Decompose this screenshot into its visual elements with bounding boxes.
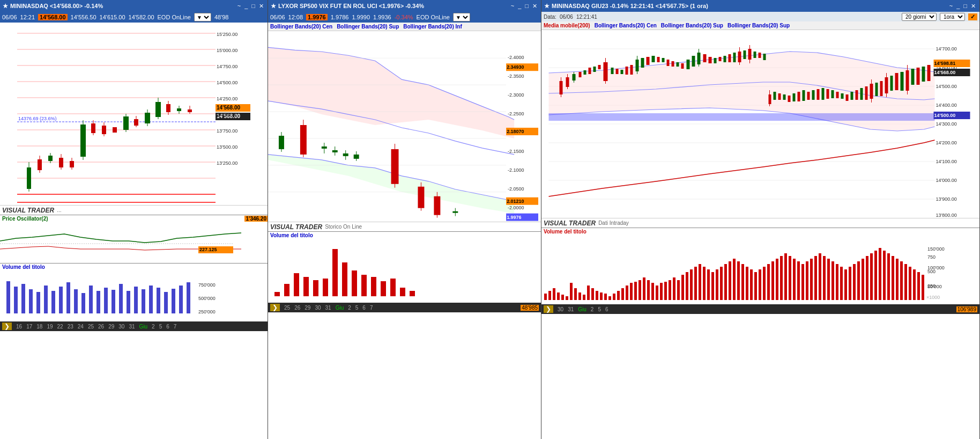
panel3-vt-sub: Dati Intraday: [598, 220, 629, 226]
svg-rect-332: [844, 269, 847, 300]
svg-rect-228: [856, 90, 858, 100]
svg-rect-281: [626, 286, 628, 300]
panel3-nav-arrow[interactable]: ❯: [544, 305, 553, 313]
panel3-period-select[interactable]: 20 giorni: [902, 13, 937, 21]
svg-rect-295: [686, 272, 688, 300]
panel3-tilde-btn[interactable]: ~: [948, 3, 954, 9]
svg-rect-307: [737, 261, 740, 300]
svg-rect-305: [729, 261, 731, 300]
svg-text:-2.0500: -2.0500: [508, 186, 524, 192]
svg-rect-347: [909, 267, 911, 300]
panel2-star-icon[interactable]: ★: [271, 3, 276, 10]
svg-text:150'000: 150'000: [927, 246, 945, 252]
panel1-indicator: Price Oscillator(2) 1'346.20 227.125: [0, 215, 268, 263]
svg-rect-239: [901, 72, 904, 91]
panel3-minimize-btn[interactable]: _: [955, 3, 961, 9]
svg-text:2.34930: 2.34930: [507, 64, 524, 70]
panel1-close-btn[interactable]: ✕: [258, 3, 265, 10]
panel3-interval-select[interactable]: 1ora: [940, 13, 965, 21]
panel1-oscillator-label: Price Oscillator(2): [0, 215, 50, 222]
svg-rect-343: [892, 256, 894, 300]
svg-rect-273: [591, 288, 594, 300]
panel2-p3: 1.9990: [352, 14, 370, 20]
svg-rect-329: [831, 261, 834, 300]
svg-rect-271: [583, 295, 585, 300]
panel1-controls: ~ _ □ ✕: [236, 3, 265, 10]
svg-rect-195: [709, 57, 712, 63]
svg-rect-301: [711, 272, 714, 300]
svg-rect-79: [142, 289, 145, 313]
svg-rect-341: [883, 251, 886, 300]
panel2-minimize-btn[interactable]: _: [517, 3, 522, 9]
svg-rect-187: [672, 61, 674, 67]
panel3-title-text: MININASDAQ GIU23 -0.14% 12:21:41 <14'567…: [552, 3, 708, 9]
panel3-vt-bar: VISUAL TRADER Dati Intraday: [541, 218, 979, 228]
panel2-maximize-btn[interactable]: □: [524, 3, 530, 9]
panel1-date: 06/06: [2, 14, 17, 20]
svg-rect-148: [400, 288, 405, 296]
svg-text:14'300.00: 14'300.00: [936, 121, 957, 127]
panel1-axis-2a: 2: [152, 324, 155, 330]
panel2-dropdown[interactable]: ▼: [453, 13, 470, 21]
svg-rect-137: [294, 273, 299, 296]
svg-rect-171: [598, 65, 601, 69]
svg-rect-330: [836, 264, 838, 300]
panel3-confirm-btn[interactable]: ✓: [968, 13, 977, 20]
panel3-axis-6: 6: [605, 306, 608, 312]
panel3-close-btn[interactable]: ✕: [970, 3, 977, 10]
svg-rect-80: [149, 286, 153, 313]
panel2-bb-sup-label: Bollinger Bands(20) Sup: [337, 24, 399, 30]
svg-rect-327: [823, 256, 826, 300]
svg-rect-85: [187, 282, 190, 313]
panel3-maximize-btn[interactable]: □: [962, 3, 968, 9]
svg-rect-339: [874, 251, 877, 300]
svg-rect-297: [694, 267, 697, 300]
svg-rect-262: [544, 294, 547, 300]
panel2-close-btn[interactable]: ✕: [531, 3, 538, 10]
panel1-maximize-btn[interactable]: □: [250, 3, 256, 9]
svg-rect-212: [778, 93, 781, 100]
svg-rect-170: [593, 67, 596, 72]
panel1-minimize-btn[interactable]: _: [243, 3, 249, 9]
panel2-chart-area: -2.4000 -2.3500 -2.3000 -2.2500 -2.2000 …: [268, 31, 541, 222]
panel2-p2: 1.9786: [331, 14, 349, 20]
svg-rect-237: [890, 76, 893, 91]
svg-text:2.18070: 2.18070: [507, 129, 524, 134]
panel2-title-left: ★ LYXOR SP500 VIX FUT EN ROL UCI <1.9976…: [271, 3, 424, 10]
svg-rect-143: [352, 270, 357, 296]
panel1-titlebar: ★ MININASDAQ <14'568.00> -0.14% ~ _ □ ✕: [0, 0, 268, 12]
panel2-tilde-btn[interactable]: ~: [510, 3, 515, 9]
svg-rect-322: [801, 264, 804, 300]
svg-text:×1000: ×1000: [926, 295, 940, 300]
panel3-vt-label: VISUAL TRADER: [544, 220, 596, 227]
panel3-star-icon[interactable]: ★: [544, 3, 550, 10]
svg-text:250'000: 250'000: [198, 309, 216, 314]
panel1-title-left: ★ MININASDAQ <14'568.00> -0.14%: [3, 3, 103, 10]
svg-text:-2.1500: -2.1500: [508, 149, 524, 154]
panel1-dropdown[interactable]: ▼: [194, 13, 211, 21]
svg-rect-334: [853, 264, 856, 300]
svg-rect-226: [846, 94, 849, 101]
svg-text:14'500.00: 14'500.00: [217, 80, 237, 85]
svg-rect-317: [780, 256, 783, 300]
panel1-nav-arrow[interactable]: ❯: [2, 323, 12, 330]
svg-rect-272: [587, 286, 590, 300]
svg-text:2.01210: 2.01210: [507, 199, 524, 204]
svg-rect-30: [113, 127, 117, 133]
svg-rect-233: [875, 83, 878, 96]
svg-rect-220: [817, 89, 820, 100]
panel1-volume-label: Volume del titolo: [0, 264, 47, 270]
panel1-star-icon[interactable]: ★: [3, 3, 8, 10]
svg-rect-224: [836, 92, 839, 98]
svg-rect-287: [651, 283, 654, 300]
svg-rect-208: [763, 54, 766, 60]
svg-marker-90: [268, 155, 514, 214]
panel2-nav-arrow[interactable]: ❯: [270, 304, 280, 311]
panel1-tilde-btn[interactable]: ~: [236, 3, 242, 9]
svg-rect-61: [6, 281, 10, 313]
panel2-date: 06/06: [270, 14, 285, 20]
panel1-axis-2: 17: [26, 324, 32, 330]
svg-text:14'568.00: 14'568.00: [934, 70, 956, 75]
panel2-vt-sub: Storico On Line: [325, 224, 362, 230]
svg-rect-311: [754, 272, 757, 300]
